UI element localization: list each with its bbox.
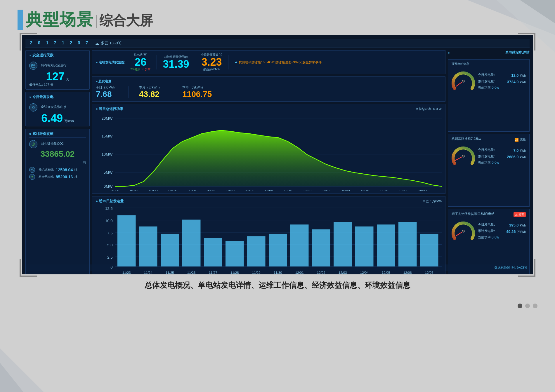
title-separator: | <box>95 13 98 28</box>
svg-text:16:30: 16:30 <box>380 189 388 191</box>
power-chart-canvas: 20MW 15MW 10MW 5MW 0MW <box>96 113 442 191</box>
ticker-text: 杭州临平游泳馆158.4kWp游泳馆屋面-N02(2)发生异常事件 <box>239 60 442 65</box>
safe-days-header: 安全运行天数 <box>29 53 86 59</box>
station2-gauge-row: 今日发电量: 7.0 kWh 累计发电量: 2686.0 <box>452 144 526 168</box>
bar-chart-unit: 单位：万kWh <box>422 199 442 203</box>
station3-gauge <box>452 219 475 243</box>
station1-card: 顶部电站信息 <box>448 59 530 132</box>
station1-current-power: 当前功率 0.0w <box>478 86 526 90</box>
gear-icon <box>29 103 37 111</box>
power-area-chart: 20MW 15MW 10MW 5MW 0MW <box>96 113 442 191</box>
max-gen-header: 今日最高发电 <box>29 95 86 101</box>
dashboard-container: 2 0 1 7 1 2 0 7 ☁ 多云 13~3℃ 安全运行天数 <box>22 35 533 274</box>
max-gen-value: 6.49 <box>41 112 63 124</box>
corner-br <box>518 259 535 277</box>
gen-divider1 <box>129 86 129 98</box>
max-gen-unit: 万kWh <box>64 119 74 123</box>
total-station-item: 总电站(座) 26 20 健康 6 异常 <box>130 53 151 72</box>
svg-text:09:45: 09:45 <box>207 189 215 191</box>
today-gen-item: 今日（万kWh） 7.68 <box>96 85 118 99</box>
svg-rect-5 <box>32 64 35 67</box>
svg-rect-64 <box>377 224 395 266</box>
gen-stats-row: 今日（万kWh） 7.68 本月（万kWh） 43.82 本年（万kWh） <box>96 85 442 99</box>
leaf-icon <box>29 140 37 148</box>
year-gen-item: 本年（万kWh） 1106.75 <box>182 85 212 99</box>
efficiency-item: 今日最高等效(h) 3.23 张山乡20MW <box>201 53 222 72</box>
svg-text:12:00: 12:00 <box>265 189 273 191</box>
svg-rect-52 <box>117 215 136 266</box>
station1-gauge-row: 今日发电量: 12.0 kWh 累计发电量: 3724.0 <box>452 69 526 93</box>
svg-text:09:00: 09:00 <box>188 189 196 191</box>
svg-text:5.0: 5.0 <box>107 243 112 247</box>
svg-text:11/25: 11/25 <box>166 271 174 274</box>
eco-section: 累计环保贡献 减少碳排量CO2: 33865.02 吨 <box>25 129 90 274</box>
co2-label: 减少碳排量CO2: <box>41 142 65 146</box>
weather-text: 多云 13~3℃ <box>101 41 122 46</box>
max-gen-label: 金弘来安县张山乡 <box>41 105 67 109</box>
bar-chart-title: 近15日总发电量 <box>96 199 124 204</box>
top-bar: 2 0 1 7 1 2 0 7 ☁ 多云 13~3℃ <box>25 39 530 48</box>
svg-text:0: 0 <box>110 265 112 269</box>
left-panel: 安全运行天数 所有电站安全运行: 127 天 最佳电站: 127 天 <box>25 50 90 274</box>
svg-text:20MW: 20MW <box>102 116 113 121</box>
svg-text:2.5: 2.5 <box>107 255 112 259</box>
bar-chart-canvas: 12.5 10.0 7.5 5.0 2.5 0 <box>96 205 442 274</box>
svg-text:11/29: 11/29 <box>252 271 261 274</box>
pagination-dot-3[interactable] <box>533 304 537 308</box>
svg-rect-55 <box>182 220 200 266</box>
svg-text:15:00: 15:00 <box>341 189 350 191</box>
svg-text:12/04: 12/04 <box>360 271 369 274</box>
signal-icon: 📶 <box>514 138 519 142</box>
weather-icon: ☁ <box>95 41 99 46</box>
header-accent-bar <box>18 10 23 30</box>
total-gen-title: » 总发电量 <box>96 79 111 83</box>
year-gen-value: 1106.75 <box>182 90 212 99</box>
svg-text:0MW: 0MW <box>104 184 113 189</box>
right-panel: 单电站发电详情 顶部电站信息 <box>448 50 530 274</box>
station3-badge: ⚠ 异常 <box>514 212 526 217</box>
total-gen-section: » 总发电量 今日（万kWh） 7.68 本月（万kWh） 43.82 <box>92 76 445 102</box>
svg-text:17:15: 17:15 <box>399 189 407 191</box>
station2-badge: 离线 <box>520 138 526 142</box>
tree-icon <box>29 174 35 180</box>
svg-rect-56 <box>204 238 222 266</box>
svg-rect-61 <box>312 229 330 266</box>
svg-text:11/26: 11/26 <box>187 271 196 274</box>
svg-line-86 <box>456 231 463 236</box>
station-status-bar: » 电站发电情况监控 总电站(座) 26 20 健康 6 异常 <box>92 50 445 74</box>
month-gen-value: 43.82 <box>139 90 162 99</box>
power-chart-title: 当日总运行功率 <box>96 107 123 111</box>
svg-rect-54 <box>161 234 179 266</box>
title-part1: 典型场景 <box>26 9 93 31</box>
svg-rect-65 <box>398 222 417 266</box>
svg-point-85 <box>462 155 464 157</box>
station2-stats: 今日发电量: 7.0 kWh 累计发电量: 2686.0 <box>478 148 526 165</box>
safe-days-section: 安全运行天数 所有电站安全运行: 127 天 最佳电站: 127 天 <box>25 50 90 90</box>
title-part2: 综合大屏 <box>99 12 153 30</box>
center-panel: » 电站发电情况监控 总电站(座) 26 20 健康 6 异常 <box>92 50 445 274</box>
divider2 <box>195 55 195 69</box>
svg-text:11:15: 11:15 <box>245 189 254 191</box>
svg-text:13:30: 13:30 <box>303 189 311 191</box>
svg-text:14:15: 14:15 <box>322 189 331 191</box>
pagination-dot-2[interactable] <box>525 304 530 308</box>
station3-gauge-row: 今日发电量: 395.0 kWh 累计发电量: 49.26 <box>452 219 526 243</box>
station2-name: 杭州富阳徐群7.28kw <box>452 137 481 141</box>
power-chart-section: 当日总运行功率 当前总功率: 0.0 W <box>92 104 445 194</box>
divider3 <box>228 55 228 69</box>
pagination-dot-1[interactable] <box>518 304 522 308</box>
svg-text:12/02: 12/02 <box>317 271 325 274</box>
safe-days-label: 所有电站安全运行: <box>41 63 67 67</box>
station3-card: 靖宇县光伏扶贫项目3MW电站 ⚠ 异常 <box>448 209 530 275</box>
svg-text:5MW: 5MW <box>104 170 113 175</box>
svg-text:06:45: 06:45 <box>130 189 138 191</box>
svg-text:06:00: 06:00 <box>111 189 119 191</box>
ticker-area: ◄ 杭州临平游泳馆158.4kWp游泳馆屋面-N02(2)发生异常事件 <box>234 60 442 65</box>
svg-rect-59 <box>269 234 287 266</box>
tree-stat: 相当于植树: 85200.16 棵 <box>29 174 86 180</box>
svg-rect-63 <box>355 227 373 266</box>
svg-text:11/23: 11/23 <box>122 271 131 274</box>
pagination <box>0 299 555 313</box>
station1-gauge <box>452 69 475 93</box>
bottom-caption: 总体发电概况、单电站发电详情、运维工作信息、经济效益信息、环境效益信息 <box>18 280 537 290</box>
